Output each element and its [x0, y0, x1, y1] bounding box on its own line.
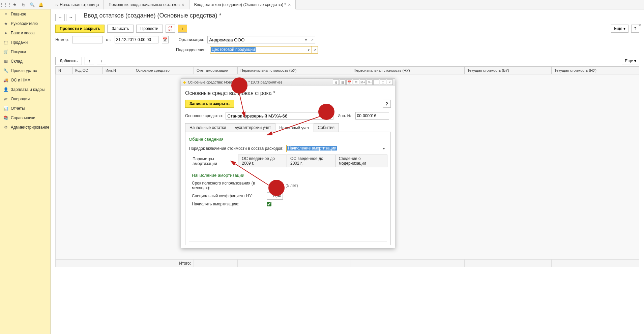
home-icon: ⌂	[55, 2, 58, 7]
tab-assistant[interactable]: Помощник ввода начальных остатков ×	[104, 0, 189, 9]
search-icon[interactable]: 🔍	[29, 2, 35, 8]
tab-balances[interactable]: Ввод остатков (создание) (Основные средс…	[189, 0, 296, 9]
bell-icon[interactable]: 🔔	[38, 2, 44, 8]
top-toolbar: ⋮⋮⋮ ★ ⎘ 🔍 🔔 ⌂ Начальная страница Помощни…	[0, 0, 644, 9]
clipboard-icon[interactable]: ⎘	[20, 2, 26, 8]
apps-icon[interactable]: ⋮⋮⋮	[3, 2, 9, 8]
document-tabs: ⌂ Начальная страница Помощник ввода нача…	[51, 0, 296, 9]
close-icon[interactable]: ×	[182, 2, 184, 7]
close-icon[interactable]: ×	[288, 2, 291, 7]
tab-label: Помощник ввода начальных остатков	[109, 2, 179, 7]
tab-home[interactable]: ⌂ Начальная страница	[51, 0, 104, 9]
star-icon[interactable]: ★	[11, 2, 18, 8]
tab-label: Начальная страница	[60, 2, 99, 7]
tab-label: Ввод остатков (создание) (Основные средс…	[194, 2, 286, 7]
